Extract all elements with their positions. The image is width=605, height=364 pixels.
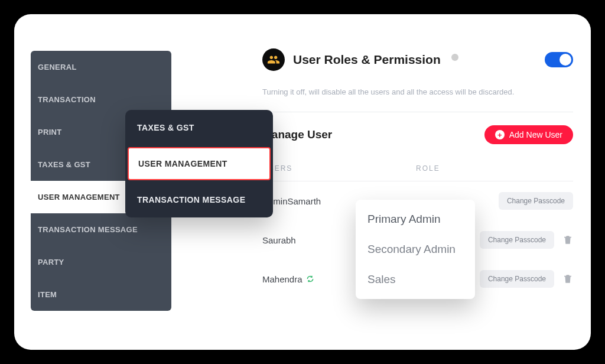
user-name-cell: Mahendra bbox=[262, 274, 357, 284]
manage-title: Manage User bbox=[262, 128, 484, 141]
feature-toggle[interactable] bbox=[545, 52, 573, 67]
sidebar-item-item[interactable]: ITEM bbox=[31, 278, 171, 311]
manage-row: Manage User + Add New User bbox=[262, 125, 573, 144]
submenu-item-user-management[interactable]: USER MANAGEMENT bbox=[128, 147, 271, 180]
page-title: User Roles & Permission bbox=[293, 53, 441, 67]
submenu-item-taxes-gst[interactable]: TAXES & GST bbox=[125, 110, 273, 145]
user-name-cell: Saurabh bbox=[262, 235, 357, 245]
sync-icon bbox=[306, 275, 314, 283]
trash-icon[interactable] bbox=[562, 235, 573, 245]
sidebar-item-party[interactable]: PARTY bbox=[31, 246, 171, 278]
plus-icon: + bbox=[495, 130, 505, 139]
sidebar-item-transaction-message[interactable]: TRANSACTION MESSAGE bbox=[31, 213, 171, 246]
role-option-secondary-admin[interactable]: Secondary Admin bbox=[356, 235, 475, 265]
trash-icon[interactable] bbox=[562, 274, 573, 284]
role-option-sales[interactable]: Sales bbox=[356, 265, 475, 295]
change-passcode-button[interactable]: Change Passcode bbox=[499, 192, 573, 210]
col-users: USERS bbox=[262, 164, 357, 173]
change-passcode-button[interactable]: Change Passcode bbox=[480, 231, 554, 249]
table-header: USERS ROLE bbox=[262, 156, 573, 181]
app-frame: GENERAL TRANSACTION PRINT TAXES & GST US… bbox=[14, 14, 591, 350]
submenu-item-transaction-message[interactable]: TRANSACTION MESSAGE bbox=[125, 182, 273, 217]
user-name: Saurabh bbox=[262, 235, 296, 245]
info-icon[interactable] bbox=[451, 54, 458, 61]
role-dropdown: Primary Admin Secondary Admin Sales bbox=[356, 200, 475, 299]
divider bbox=[262, 112, 573, 112]
change-passcode-button[interactable]: Change Passcode bbox=[480, 270, 554, 288]
header-row: User Roles & Permission bbox=[262, 48, 573, 71]
header-note: Turning it off, will disable all the use… bbox=[262, 87, 573, 96]
add-user-label: Add New User bbox=[509, 130, 562, 139]
role-option-primary-admin[interactable]: Primary Admin bbox=[356, 204, 475, 235]
add-user-button[interactable]: + Add New User bbox=[484, 125, 573, 144]
sidebar-item-general[interactable]: GENERAL bbox=[31, 51, 171, 83]
users-icon bbox=[262, 48, 285, 71]
settings-submenu: TAXES & GST USER MANAGEMENT TRANSACTION … bbox=[125, 110, 273, 217]
user-name-cell: AdminSamarth bbox=[262, 196, 357, 206]
col-role: ROLE bbox=[416, 164, 573, 173]
user-name: Mahendra bbox=[262, 274, 302, 284]
